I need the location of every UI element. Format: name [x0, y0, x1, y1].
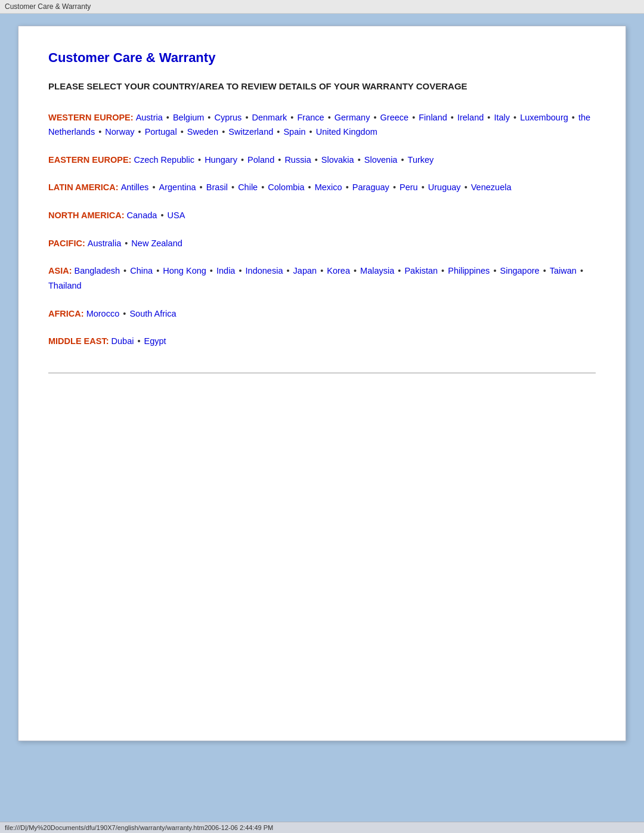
country-link-new-zealand[interactable]: New Zealand [131, 239, 182, 248]
country-link-india[interactable]: India [216, 266, 235, 275]
browser-window: Customer Care & Warranty PLEASE SELECT Y… [18, 26, 626, 741]
country-link-greece[interactable]: Greece [380, 113, 409, 122]
country-link-italy[interactable]: Italy [494, 113, 510, 122]
bullet-separator: • [164, 113, 172, 122]
country-link-canada[interactable]: Canada [127, 210, 157, 220]
country-link-usa[interactable]: USA [168, 210, 185, 220]
country-link-slovenia[interactable]: Slovenia [364, 155, 398, 165]
country-link-pakistan[interactable]: Pakistan [404, 266, 438, 275]
bullet-separator: • [398, 155, 406, 165]
country-link-egypt[interactable]: Egypt [144, 336, 166, 346]
bullet-separator: • [351, 266, 359, 275]
bullet-separator: • [306, 182, 314, 192]
region-label-north-america: NORTH AMERICA: [48, 210, 127, 220]
country-link-chile[interactable]: Chile [238, 182, 258, 192]
region-block-asia: ASIA: Bangladesh • China • Hong Kong • I… [48, 264, 596, 293]
country-link-poland[interactable]: Poland [247, 155, 274, 165]
country-link-colombia[interactable]: Colombia [268, 182, 304, 192]
bullet-separator: • [307, 127, 315, 137]
bullet-separator: • [121, 266, 129, 275]
bullet-separator: • [448, 113, 456, 122]
country-link-bangladesh[interactable]: Bangladesh [75, 266, 120, 275]
bullet-separator: • [229, 182, 237, 192]
country-link-united-kingdom[interactable]: United Kingdom [316, 127, 377, 137]
country-link-ireland[interactable]: Ireland [457, 113, 484, 122]
country-link-germany[interactable]: Germany [335, 113, 370, 122]
bullet-separator: • [569, 113, 577, 122]
country-link-france[interactable]: France [297, 113, 324, 122]
country-link-china[interactable]: China [130, 266, 153, 275]
country-link-finland[interactable]: Finland [419, 113, 447, 122]
country-link-brasil[interactable]: Brasil [206, 182, 228, 192]
country-link-paraguay[interactable]: Paraguay [352, 182, 389, 192]
bullet-separator: • [491, 266, 499, 275]
region-block-latin-america: LATIN AMERICA: Antilles • Argentina • Br… [48, 180, 596, 195]
bullet-separator: • [395, 266, 403, 275]
bullet-separator: • [312, 155, 320, 165]
bullet-separator: • [284, 266, 292, 275]
region-block-western-europe: WESTERN EUROPE: Austria • Belgium • Cypr… [48, 110, 596, 140]
bullet-separator: • [288, 113, 296, 122]
country-link-norway[interactable]: Norway [105, 127, 134, 137]
country-link-belgium[interactable]: Belgium [173, 113, 204, 122]
country-link-uruguay[interactable]: Uruguay [428, 182, 461, 192]
country-link-south-africa[interactable]: South Africa [129, 309, 176, 318]
country-link-taiwan[interactable]: Taiwan [550, 266, 577, 275]
bullet-separator: • [122, 239, 130, 248]
country-link-portugal[interactable]: Portugal [145, 127, 177, 137]
bullet-separator: • [96, 127, 104, 137]
country-link-morocco[interactable]: Morocco [86, 309, 120, 318]
bullet-separator: • [239, 155, 246, 165]
bullet-separator: • [259, 182, 267, 192]
status-bar: file:///D|/My%20Documents/dfu/190X7/engl… [0, 822, 644, 833]
bullet-separator: • [135, 336, 143, 346]
page-subtitle: PLEASE SELECT YOUR COUNTRY/AREA TO REVIE… [48, 80, 596, 94]
country-link-japan[interactable]: Japan [293, 266, 317, 275]
bullet-separator: • [541, 266, 549, 275]
country-link-peru[interactable]: Peru [400, 182, 418, 192]
country-link-russia[interactable]: Russia [284, 155, 311, 165]
bullet-separator: • [318, 266, 326, 275]
bullet-separator: • [419, 182, 427, 192]
country-link-cyprus[interactable]: Cyprus [214, 113, 242, 122]
country-link-slovakia[interactable]: Slovakia [321, 155, 354, 165]
country-link-venezuela[interactable]: Venezuela [471, 182, 512, 192]
region-block-middle-east: MIDDLE EAST: Dubai • Egypt [48, 334, 596, 349]
region-label-pacific: PACIFIC: [48, 239, 88, 248]
bullet-separator: • [205, 113, 213, 122]
country-link-argentina[interactable]: Argentina [159, 182, 196, 192]
country-link-malaysia[interactable]: Malaysia [360, 266, 394, 275]
country-link-switzerland[interactable]: Switzerland [228, 127, 273, 137]
region-block-africa: AFRICA: Morocco • South Africa [48, 306, 596, 321]
country-link-denmark[interactable]: Denmark [252, 113, 287, 122]
country-link-thailand[interactable]: Thailand [48, 281, 82, 290]
country-link-australia[interactable]: Australia [88, 239, 121, 248]
country-link-hong-kong[interactable]: Hong Kong [163, 266, 206, 275]
country-link-singapore[interactable]: Singapore [500, 266, 540, 275]
page-title: Customer Care & Warranty [48, 50, 596, 66]
title-bar-text: Customer Care & Warranty [5, 2, 91, 11]
bullet-separator: • [120, 309, 128, 318]
country-link-indonesia[interactable]: Indonesia [246, 266, 283, 275]
bullet-separator: • [410, 113, 417, 122]
bullet-separator: • [326, 113, 333, 122]
country-link-czech-republic[interactable]: Czech Republic [134, 155, 194, 165]
bullet-separator: • [578, 266, 583, 275]
status-bar-text: file:///D|/My%20Documents/dfu/190X7/engl… [5, 824, 273, 831]
country-link-sweden[interactable]: Sweden [187, 127, 218, 137]
country-link-turkey[interactable]: Turkey [408, 155, 434, 165]
country-link-hungary[interactable]: Hungary [205, 155, 237, 165]
bullet-separator: • [462, 182, 470, 192]
region-label-eastern-europe: EASTERN EUROPE: [48, 155, 134, 165]
country-link-korea[interactable]: Korea [327, 266, 350, 275]
bullet-separator: • [219, 127, 227, 137]
country-link-dubai[interactable]: Dubai [112, 336, 134, 346]
country-link-luxembourg[interactable]: Luxembourg [520, 113, 568, 122]
country-link-antilles[interactable]: Antilles [121, 182, 149, 192]
bullet-separator: • [391, 182, 398, 192]
country-link-spain[interactable]: Spain [283, 127, 305, 137]
bullet-separator: • [439, 266, 447, 275]
country-link-philippines[interactable]: Philippines [448, 266, 490, 275]
country-link-mexico[interactable]: Mexico [315, 182, 342, 192]
country-link-austria[interactable]: Austria [136, 113, 163, 122]
